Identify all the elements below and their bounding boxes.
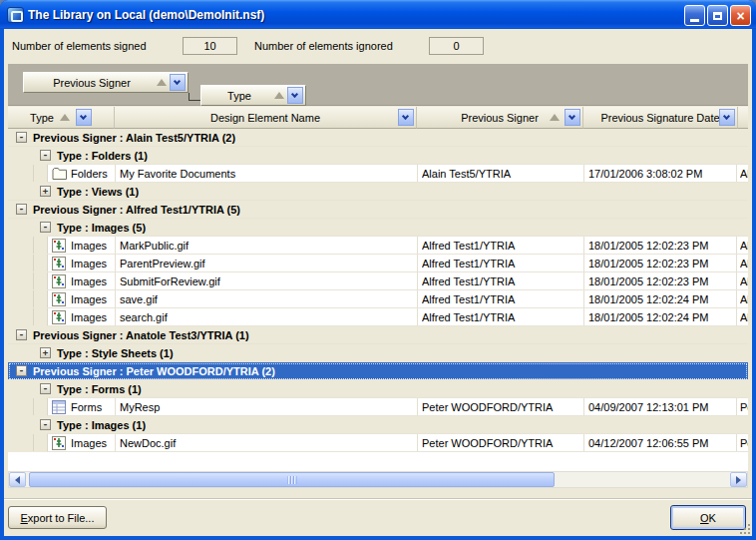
group-row-type[interactable]: - Type : Forms (1) [8,380,748,398]
signed-count-value: 10 [183,37,237,55]
cell-type: Images [71,258,114,270]
group-row-signer-selected[interactable]: - Previous Signer : Peter WOODFORD/YTRIA… [8,362,748,380]
table-row[interactable]: Folders My Favorite Documents Alain Test… [8,165,748,183]
group-row-type[interactable]: - Type : Folders (1) [8,147,748,165]
group-row-signer[interactable]: - Previous Signer : Alfred Test1/YTRIA (… [8,201,748,219]
arrow-right-icon [736,476,741,484]
image-icon [52,310,68,324]
scroll-left-button[interactable] [9,472,26,487]
ignored-count-value: 0 [429,37,484,55]
scroll-right-button[interactable] [730,472,747,487]
collapse-toggle[interactable]: - [40,419,51,430]
cell-name: NewDoc.gif [120,437,413,449]
chevron-down-icon[interactable] [398,109,414,126]
thumb-grip-icon [287,476,296,484]
group-label: Type : Images (1) [57,419,146,431]
chevron-down-icon[interactable] [719,109,735,126]
horizontal-scrollbar[interactable] [8,471,748,488]
collapse-toggle[interactable]: - [16,365,27,376]
sort-asc-icon [550,114,560,121]
group-row-type[interactable]: + Type : Style Sheets (1) [8,344,748,362]
row-list: - Previous Signer : Alain Test5/YTRIA (2… [8,129,748,452]
table-row[interactable]: Images SubmitForReview.gif Alfred Test1/… [8,272,748,290]
cell-name: MarkPublic.gif [120,240,413,252]
resize-grip[interactable] [739,523,752,536]
chevron-down-icon[interactable] [565,109,580,126]
cell-signer: Peter WOODFORD/YTRIA [422,401,579,413]
collapse-toggle[interactable]: - [40,222,51,233]
close-icon: × [736,9,744,23]
maximize-button[interactable] [707,5,728,26]
cell-type: Images [71,311,114,323]
cell-signer: Alain Test5/YTRIA [422,168,579,180]
table-row[interactable]: Images MarkPublic.gif Alfred Test1/YTRIA… [8,237,748,255]
dialog-client: Number of elements signed 10 Number of e… [4,29,752,536]
cell-name: ParentPreview.gif [120,258,413,270]
ok-button[interactable]: OK [670,505,746,530]
table-row[interactable]: Images NewDoc.gif Peter WOODFORD/YTRIA 0… [8,434,748,452]
scrollbar-thumb[interactable] [29,472,555,487]
column-header-design-element-name[interactable]: Design Element Name [115,107,417,129]
app-icon [7,7,24,23]
titlebar: The Library on Local (demo\DemoInit.nsf)… [0,0,756,29]
cell-clipped: Alfr [740,275,748,287]
cell-clipped: Alfr [740,311,748,323]
chevron-down-icon[interactable] [170,74,186,91]
maximize-icon [713,12,722,20]
collapse-toggle[interactable]: - [40,383,51,394]
chevron-down-icon[interactable] [287,87,303,104]
column-header-clipped [738,107,748,129]
folder-icon [52,167,68,181]
cell-date: 18/01/2005 12:02:24 PM [588,293,732,305]
column-header-type[interactable]: Type [8,107,115,129]
group-label: Previous Signer : Peter WOODFORD/YTRIA (… [33,365,275,377]
group-row-type[interactable]: - Type : Images (5) [8,219,748,237]
cell-name: MyResp [120,401,413,413]
image-icon [52,239,68,253]
cell-clipped: Alfr [740,258,748,270]
sort-asc-icon [274,92,284,99]
cell-name: save.gif [120,293,413,305]
chevron-down-icon[interactable] [76,109,92,126]
column-header-previous-signature-date[interactable]: Previous Signature Date [583,107,738,129]
minimize-button[interactable] [684,5,705,26]
cell-clipped: Ala [740,293,748,305]
collapse-toggle[interactable]: - [16,132,27,143]
table-row[interactable]: Images ParentPreview.gif Alfred Test1/YT… [8,255,748,272]
cell-signer: Alfred Test1/YTRIA [422,240,579,252]
image-icon [52,274,68,288]
cell-signer: Alfred Test1/YTRIA [422,258,579,270]
close-button[interactable]: × [730,5,751,26]
results-grid: Type Design Element Name Previous Signer… [8,107,748,471]
collapse-toggle[interactable]: - [16,204,27,215]
cell-date: 04/09/2007 12:13:01 PM [588,401,732,413]
groupby-panel: Previous Signer Type [8,64,748,106]
table-row[interactable]: Forms MyResp Peter WOODFORD/YTRIA 04/09/… [8,398,748,416]
cell-type: Images [71,437,114,449]
groupby-previous-signer[interactable]: Previous Signer [23,72,189,93]
group-row-type[interactable]: + Type : Views (1) [8,183,748,201]
cell-date: 18/01/2005 12:02:23 PM [588,240,732,252]
cell-date: 17/01/2006 3:08:02 PM [588,168,732,180]
table-row[interactable]: Images save.gif Alfred Test1/YTRIA 18/01… [8,290,748,308]
group-row-type[interactable]: - Type : Images (1) [8,416,748,434]
cell-clipped: Pet [740,401,748,413]
image-icon [52,436,68,450]
group-row-signer[interactable]: - Previous Signer : Anatole Test3/YTRIA … [8,326,748,344]
groupby-type[interactable]: Type [200,85,306,106]
groupby-connector [189,93,200,101]
column-header-previous-signer[interactable]: Previous Signer [417,107,583,129]
table-row[interactable]: Images search.gif Alfred Test1/YTRIA 18/… [8,308,748,326]
group-label: Type : Forms (1) [57,383,142,395]
expand-toggle[interactable]: + [40,347,51,358]
collapse-toggle[interactable]: - [16,329,27,340]
cell-date: 18/01/2005 12:02:23 PM [588,275,732,287]
group-label: Previous Signer : Alfred Test1/YTRIA (5) [33,204,240,216]
cell-signer: Alfred Test1/YTRIA [422,293,579,305]
collapse-toggle[interactable]: - [40,150,51,161]
cell-type: Images [71,240,114,252]
cell-signer: Alfred Test1/YTRIA [422,311,579,323]
expand-toggle[interactable]: + [40,186,51,197]
group-row-signer[interactable]: - Previous Signer : Alain Test5/YTRIA (2… [8,129,748,147]
export-to-file-button[interactable]: Export to File... [8,506,107,529]
